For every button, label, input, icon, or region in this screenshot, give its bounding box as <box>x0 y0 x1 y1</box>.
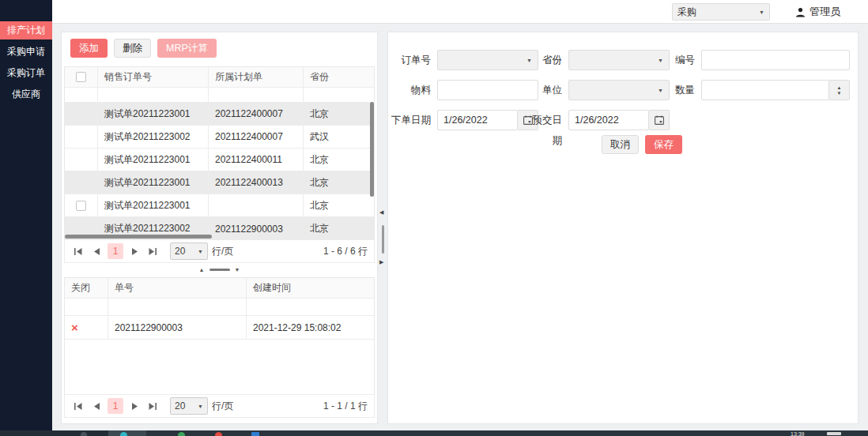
page-number[interactable]: 1 <box>108 398 123 414</box>
column-header[interactable]: 省份 <box>304 67 374 87</box>
cell-province: 北京 <box>304 171 374 194</box>
blue-app-icon[interactable] <box>251 432 259 436</box>
delete-button[interactable]: 删除 <box>114 39 151 58</box>
page-number[interactable]: 1 <box>108 243 123 259</box>
qty-label: 数量 <box>666 80 695 100</box>
row-range-label: 1 - 6 / 6 行 <box>323 245 368 258</box>
due-date-label: 预交日期 <box>524 110 562 130</box>
collapse-left-icon[interactable]: ◀ <box>379 209 383 216</box>
splitter-handle[interactable] <box>382 225 384 254</box>
cell-plan <box>209 194 304 216</box>
horizontal-splitter[interactable]: ▲ ▼ <box>64 264 375 275</box>
order-no-select[interactable]: ▼ <box>437 50 538 70</box>
cell-plan: 2021122400007 <box>209 103 304 125</box>
collapse-right-icon[interactable]: ▶ <box>379 259 383 265</box>
cell-created-time: 2021-12-29 15:08:02 <box>247 316 374 339</box>
collapse-up-icon[interactable]: ▲ <box>199 267 205 272</box>
green-app-icon[interactable] <box>178 432 185 436</box>
main-area: 添加 删除 MRP计算 销售订单号 所属计划单 省份 <box>52 24 868 430</box>
vertical-splitter[interactable]: ◀ ▶ <box>378 32 387 424</box>
cell-province: 北京 <box>304 103 374 125</box>
next-page-button[interactable] <box>127 399 142 413</box>
prev-page-button[interactable] <box>89 399 104 413</box>
prev-page-button[interactable] <box>89 244 104 258</box>
sidebar-item-supplier[interactable]: 供应商 <box>0 85 52 103</box>
first-page-button[interactable] <box>71 399 85 413</box>
order-date-input[interactable] <box>437 110 518 130</box>
material-input[interactable] <box>437 80 538 100</box>
cell-plan: 2021122900003 <box>209 217 304 240</box>
code-input[interactable] <box>701 50 850 70</box>
cell-sales-order: 测试单20211223001 <box>98 103 209 125</box>
chevron-down-icon: ▼ <box>658 88 663 93</box>
chevron-down-icon: ▼ <box>198 404 203 409</box>
next-page-button[interactable] <box>127 244 142 258</box>
mrp-calc-button[interactable]: MRP计算 <box>157 39 217 58</box>
tray-icon[interactable] <box>827 432 841 435</box>
table-header-row: 销售订单号 所属计划单 省份 <box>65 67 374 88</box>
column-header[interactable]: 关闭 <box>65 278 108 298</box>
page-size-select[interactable]: 20 ▼ <box>170 397 208 415</box>
table-row[interactable]: × 2021122900003 2021-12-29 15:08:02 <box>65 316 374 340</box>
column-header[interactable]: 单号 <box>108 278 247 298</box>
cell-sales-order: 测试单20211223001 <box>98 148 209 171</box>
select-all-checkbox[interactable] <box>76 72 86 82</box>
skype-icon[interactable] <box>120 432 127 436</box>
cancel-button[interactable]: 取消 <box>602 135 639 154</box>
active-app-slot[interactable] <box>108 430 146 436</box>
role-select[interactable]: 采购 ▼ <box>672 3 770 21</box>
unit-select[interactable]: ▼ <box>568 80 670 100</box>
taskbar-clock: 13:39 <box>791 431 805 436</box>
unit-label: 单位 <box>524 80 562 100</box>
step-up-icon[interactable]: ▲ <box>837 85 842 90</box>
qty-stepper[interactable]: ▲ ▼ <box>829 80 850 100</box>
search-icon[interactable] <box>81 432 87 436</box>
sidebar-item-purchase-request[interactable]: 采购申请 <box>0 43 52 61</box>
toolbar: 添加 删除 MRP计算 <box>70 39 217 58</box>
last-page-button[interactable] <box>145 244 160 258</box>
horizontal-scrollbar[interactable] <box>65 235 212 239</box>
plans-pagination: 1 20 ▼ 行/页 1 - 1 / 1 行 <box>64 394 375 418</box>
table-row[interactable]: 测试单20211223001 北京 <box>65 194 374 217</box>
orders-pagination: 1 20 ▼ 行/页 1 - 6 / 6 行 <box>64 239 375 263</box>
table-row[interactable]: 测试单20211223001 2021122400011 北京 <box>65 148 374 171</box>
save-button[interactable]: 保存 <box>645 135 682 154</box>
sidebar-item-production-plan[interactable]: 排产计划 <box>0 21 52 39</box>
due-date-calendar-icon[interactable] <box>649 110 670 130</box>
cell-sales-order: 测试单20211223001 <box>98 194 209 216</box>
filter-row[interactable] <box>65 299 374 316</box>
windows-taskbar[interactable]: 13:39 <box>0 430 868 436</box>
sidebar-item-purchase-order[interactable]: 采购订单 <box>0 64 52 82</box>
table-row[interactable]: 测试单20211223002 2021122400007 武汉 <box>65 126 374 148</box>
user-area[interactable]: 管理员 <box>795 0 840 24</box>
material-label: 物料 <box>388 80 431 100</box>
collapse-down-icon[interactable]: ▼ <box>235 267 240 272</box>
province-select[interactable]: ▼ <box>568 50 670 70</box>
qty-input[interactable] <box>701 80 829 100</box>
cell-plan: 2021122400007 <box>209 126 304 148</box>
row-checkbox[interactable] <box>76 201 86 211</box>
top-bar: 采购 ▼ 管理员 <box>52 0 868 24</box>
red-app-icon[interactable] <box>215 432 222 436</box>
last-page-button[interactable] <box>145 399 160 413</box>
rows-per-page-label: 行/页 <box>212 245 233 258</box>
close-plan-icon[interactable]: × <box>71 321 78 333</box>
step-down-icon[interactable]: ▼ <box>837 91 842 96</box>
first-page-button[interactable] <box>71 244 85 258</box>
column-header[interactable]: 所属计划单 <box>209 67 304 87</box>
column-header[interactable]: 销售订单号 <box>98 67 209 87</box>
rows-per-page-label: 行/页 <box>212 400 233 413</box>
splitter-handle[interactable] <box>209 269 230 271</box>
page-size-select[interactable]: 20 ▼ <box>170 242 208 260</box>
cell-plan: 2021122400011 <box>209 148 304 171</box>
vertical-scrollbar[interactable] <box>370 102 374 197</box>
add-button[interactable]: 添加 <box>70 39 108 58</box>
table-row[interactable]: 测试单20211223001 2021122400013 北京 <box>65 171 374 194</box>
filter-row[interactable] <box>65 88 374 103</box>
due-date-input[interactable] <box>568 110 649 130</box>
column-header[interactable]: 创建时间 <box>247 278 374 298</box>
cell-province: 武汉 <box>304 126 374 148</box>
table-row[interactable]: 测试单20211223001 2021122400007 北京 <box>65 103 374 126</box>
cell-province: 北京 <box>304 148 374 171</box>
page-size-value: 20 <box>175 246 185 257</box>
